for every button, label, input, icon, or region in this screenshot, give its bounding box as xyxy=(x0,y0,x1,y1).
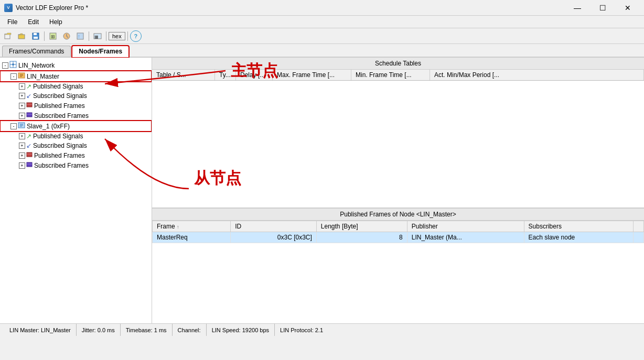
published-frames-header: Published Frames of Node <LIN_Master> xyxy=(152,209,644,221)
title-bar-controls: — ☐ ✕ xyxy=(565,1,640,15)
svg-rect-0 xyxy=(5,34,10,39)
svg-text:↑: ↑ xyxy=(78,34,80,39)
expand-sub-frames-master[interactable]: + xyxy=(19,113,25,119)
pub-frames-master-label: Published Frames xyxy=(34,102,85,110)
frames-col-frame[interactable]: Frame ↑ xyxy=(153,221,231,232)
frame-publisher-cell: LIN_Master (Ma... xyxy=(407,232,524,243)
tree-item-lin-master[interactable]: - LIN_Master xyxy=(0,71,152,82)
tree-item-pub-signals-master[interactable]: + ↗ Published Signals xyxy=(0,82,152,91)
frames-col-subscribers[interactable]: Subscribers xyxy=(524,221,633,232)
svg-rect-32 xyxy=(27,152,32,157)
svg-rect-26 xyxy=(27,113,32,117)
tree-item-pub-frames-slave[interactable]: + Published Frames xyxy=(0,150,152,160)
frames-section: Published Frames of Node <LIN_Master> Fr… xyxy=(152,208,644,323)
expand-sub-signals-master[interactable]: + xyxy=(19,93,25,99)
sub-frame-icon xyxy=(26,112,33,119)
open-button[interactable] xyxy=(16,30,28,42)
expand-lin-network[interactable]: - xyxy=(2,62,8,69)
sort-arrow-frame: ↑ xyxy=(177,224,179,230)
hex-button[interactable]: hex xyxy=(109,32,125,40)
svg-rect-34 xyxy=(27,162,32,167)
svg-rect-24 xyxy=(27,103,32,107)
frames-col-length[interactable]: Length [Byte] xyxy=(316,221,407,232)
tab-frames-commands[interactable]: Frames/Commands xyxy=(2,46,71,57)
schedule-col-delay[interactable]: Delay [... xyxy=(236,70,273,80)
menu-edit[interactable]: Edit xyxy=(23,17,44,27)
schedule-col-table[interactable]: Table / S... xyxy=(152,70,215,80)
toolbar-btn-5[interactable] xyxy=(60,30,73,42)
pub-frame-icon xyxy=(26,102,33,110)
svg-point-19 xyxy=(12,63,14,66)
toolbar-btn-7[interactable]: ▦ xyxy=(91,30,104,42)
schedule-table-body xyxy=(152,81,644,208)
expand-pub-frames-master[interactable]: + xyxy=(19,103,25,109)
tree-item-pub-signals-slave[interactable]: + ↗ Published Signals xyxy=(0,132,152,141)
expand-sub-frames-slave[interactable]: + xyxy=(19,162,25,169)
status-lin-master: LIN Master: LIN_Master xyxy=(4,324,77,336)
sub-frame-slave-icon xyxy=(26,161,33,169)
app-title: Vector LDF Explorer Pro * xyxy=(16,4,88,12)
sub-frames-slave-label: Subscribed Frames xyxy=(34,162,89,169)
new-button[interactable] xyxy=(2,30,15,42)
network-icon xyxy=(9,61,17,70)
sub-signals-master-label: Subscribed Signals xyxy=(33,92,87,100)
tab-bar: Frames/Commands Nodes/Frames xyxy=(0,44,644,58)
lin-network-label: LIN_Network xyxy=(18,62,55,69)
title-bar: V Vector LDF Explorer Pro * — ☐ ✕ xyxy=(0,0,644,16)
tree-item-sub-frames-slave[interactable]: + Subscribed Frames xyxy=(0,160,152,170)
close-button[interactable]: ✕ xyxy=(616,1,640,15)
pub-frame-slave-icon xyxy=(26,151,33,159)
frame-length-cell: 8 xyxy=(316,232,407,243)
sub-signals-slave-label: Subscribed Signals xyxy=(33,142,87,149)
slave-1-label: Slave_1 (0xFF) xyxy=(27,123,70,130)
toolbar-separator-3 xyxy=(106,31,106,41)
expand-pub-signals-slave[interactable]: + xyxy=(19,133,25,139)
expand-slave-1[interactable]: - xyxy=(10,123,17,129)
sub-frames-master-label: Subscribed Frames xyxy=(34,112,89,119)
sub-signal-slave-icon: ↙ xyxy=(26,142,31,149)
right-panel: Schedule Tables Table / S... Ty... Delay… xyxy=(152,58,644,323)
svg-text:▦: ▦ xyxy=(94,35,99,39)
expand-pub-signals-master[interactable]: + xyxy=(19,83,25,90)
status-bar: LIN Master: LIN_Master Jitter: 0.0 ms Ti… xyxy=(0,323,644,336)
expand-lin-master[interactable]: - xyxy=(10,73,17,80)
pub-signals-slave-label: Published Signals xyxy=(33,133,83,140)
frames-col-id[interactable]: ID xyxy=(231,221,317,232)
tree-item-pub-frames-master[interactable]: + Published Frames xyxy=(0,101,152,111)
maximize-button[interactable]: ☐ xyxy=(591,1,615,15)
tree-item-lin-network[interactable]: - LIN_Network xyxy=(0,60,152,71)
app-icon: V xyxy=(4,4,13,12)
toolbar-separator-1 xyxy=(44,31,45,41)
schedule-col-min-frame[interactable]: Min. Frame Time [... xyxy=(351,70,430,80)
menu-help[interactable]: Help xyxy=(44,17,68,27)
schedule-col-type[interactable]: Ty... xyxy=(215,70,236,80)
save-button[interactable] xyxy=(29,30,42,42)
main-content: - LIN_Network - LIN_Master + ↗ Published… xyxy=(0,58,644,323)
toolbar: ⊞ ↑ ▦ hex ? xyxy=(0,28,644,44)
toolbar-btn-6[interactable]: ↑ xyxy=(74,30,87,42)
tab-nodes-frames[interactable]: Nodes/Frames xyxy=(72,46,129,58)
tree-item-sub-signals-slave[interactable]: + ↙ Subscribed Signals xyxy=(0,141,152,150)
status-lin-protocol: LIN Protocol: 2.1 xyxy=(275,324,328,336)
table-row[interactable]: MasterReq 0x3C [0x3C] 8 LIN_Master (Ma..… xyxy=(153,232,644,243)
frames-col-publisher[interactable]: Publisher xyxy=(407,221,524,232)
tree-item-slave-1[interactable]: - Slave_1 (0xFF) xyxy=(0,121,152,132)
pub-signal-icon: ↗ xyxy=(26,83,31,90)
schedule-section: Schedule Tables Table / S... Ty... Delay… xyxy=(152,58,644,208)
tree-item-sub-signals-master[interactable]: + ↙ Subscribed Signals xyxy=(0,91,152,101)
pub-frames-slave-label: Published Frames xyxy=(34,152,85,159)
frame-subscribers-cell: Each slave node xyxy=(524,232,633,243)
tree-item-sub-frames-master[interactable]: + Subscribed Frames xyxy=(0,111,152,121)
help-button[interactable]: ? xyxy=(130,30,142,42)
menu-file[interactable]: File xyxy=(2,17,23,27)
schedule-col-max-frame[interactable]: Max. Frame Time [... xyxy=(273,70,351,80)
minimize-button[interactable]: — xyxy=(565,1,589,15)
frame-id-cell: 0x3C [0x3C] xyxy=(231,232,317,243)
expand-pub-frames-slave[interactable]: + xyxy=(19,152,25,159)
sub-signal-icon: ↙ xyxy=(26,92,31,100)
schedule-table-header-row: Table / S... Ty... Delay [... Max. Frame… xyxy=(152,70,644,81)
schedule-col-act-period[interactable]: Act. Min/Max Period [... xyxy=(430,70,644,80)
frames-col-extra xyxy=(634,221,644,232)
expand-sub-signals-slave[interactable]: + xyxy=(19,143,25,149)
toolbar-btn-4[interactable]: ⊞ xyxy=(47,30,59,42)
